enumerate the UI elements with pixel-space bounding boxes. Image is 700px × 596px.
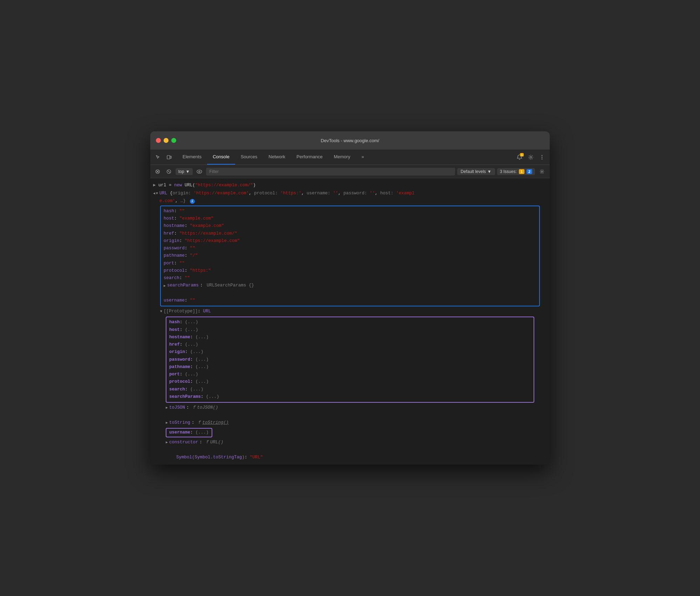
no-filter-icon[interactable] <box>164 167 173 176</box>
tab-network[interactable]: Network <box>263 150 291 165</box>
expand-down-arrow[interactable]: ▼ <box>156 190 158 196</box>
info-icon[interactable]: i <box>190 199 195 204</box>
device-icon[interactable] <box>164 152 174 162</box>
url-object-line: ◀ ▼ URL {origin: 'https://example.com', … <box>150 190 550 205</box>
window-title: DevTools - www.google.com/ <box>321 138 379 143</box>
title-bar: DevTools - www.google.com/ <box>150 131 550 150</box>
info-count: 2 <box>527 169 532 174</box>
issues-badge[interactable]: 3 Issues: 1 2 <box>497 168 535 175</box>
instance-props-box: hash: "" host: "example.com" hostname: "… <box>160 206 540 306</box>
command-prompt: ▶ <box>153 183 156 188</box>
settings-icon[interactable] <box>526 152 536 162</box>
tab-bar: Elements Console Sources Network Perform… <box>150 150 550 165</box>
prototype-expand-arrow[interactable]: ▼ <box>160 308 162 314</box>
svg-line-8 <box>168 171 170 173</box>
more-options-icon[interactable] <box>537 152 547 162</box>
svg-point-3 <box>542 155 542 155</box>
constructor-symbol-lines: ▶ constructor: f URL() Symbol(Symbol.toS… <box>150 438 550 462</box>
filter-input[interactable] <box>206 168 455 175</box>
collapse-arrow[interactable]: ◀ <box>153 190 155 196</box>
prototype-other-props: ▶ toJSON: f toJSON() ▶ toString: f toStr… <box>150 403 550 427</box>
svg-point-11 <box>541 171 543 172</box>
console-settings-icon[interactable] <box>537 167 547 176</box>
username-prototype-line: username: (...) <box>150 427 550 438</box>
prototype-props-box: hash: (...) host: (...) hostname: (...) … <box>166 317 534 403</box>
clear-console-icon[interactable] <box>153 167 162 176</box>
devtools-icons <box>153 152 174 162</box>
svg-rect-1 <box>170 156 172 158</box>
default-levels-dropdown[interactable]: Default levels ▼ <box>457 168 495 175</box>
svg-rect-0 <box>167 155 170 159</box>
devtools-window: DevTools - www.google.com/ Elements Cons <box>150 131 550 465</box>
close-button[interactable] <box>156 138 161 143</box>
maximize-button[interactable] <box>171 138 176 143</box>
console-toolbar: top ▼ Default levels ▼ 3 Issues: 1 2 <box>150 165 550 178</box>
tab-performance[interactable]: Performance <box>291 150 328 165</box>
traffic-lights <box>156 138 176 143</box>
minimize-button[interactable] <box>164 138 169 143</box>
tab-memory[interactable]: Memory <box>328 150 356 165</box>
tab-sources[interactable]: Sources <box>235 150 263 165</box>
notifications-icon[interactable]: 1 <box>515 152 524 162</box>
tab-bar-right: 1 <box>515 152 547 162</box>
console-command: url = new URL("https://example.com/") <box>158 183 256 188</box>
tabs: Elements Console Sources Network Perform… <box>177 150 515 165</box>
svg-point-2 <box>530 156 532 158</box>
eye-icon[interactable] <box>195 167 204 176</box>
svg-point-10 <box>199 171 200 172</box>
context-selector[interactable]: top ▼ <box>176 168 193 175</box>
svg-point-5 <box>542 158 542 159</box>
tab-more[interactable]: » <box>356 150 370 165</box>
inspect-icon[interactable] <box>153 152 163 162</box>
tab-console[interactable]: Console <box>207 150 235 165</box>
tab-elements[interactable]: Elements <box>177 150 207 165</box>
svg-point-4 <box>542 157 542 157</box>
console-content: ▶ url = new URL("https://example.com/") … <box>150 178 550 465</box>
warning-count: 1 <box>519 169 524 174</box>
prototype-line: ▼ [[Prototype]]: URL <box>150 307 550 316</box>
svg-point-9 <box>197 170 202 173</box>
